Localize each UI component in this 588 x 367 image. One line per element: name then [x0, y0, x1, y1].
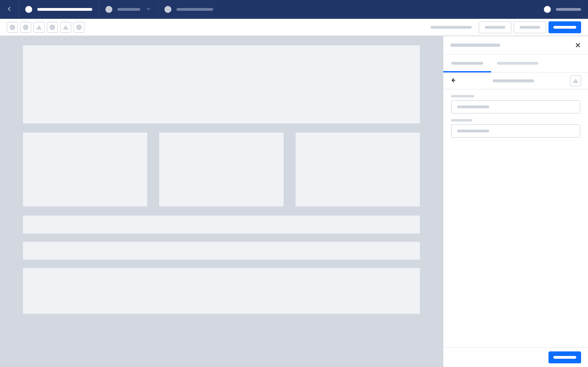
- workspace-dot-icon: [105, 6, 112, 13]
- triangle-icon: [63, 25, 69, 30]
- hero-block[interactable]: [23, 45, 420, 123]
- avatar: [544, 6, 551, 13]
- card-block-2[interactable]: [159, 133, 284, 206]
- breadcrumb-item-0[interactable]: [19, 0, 99, 19]
- tool-triangle-2[interactable]: [60, 22, 71, 33]
- triangle-icon: [573, 78, 578, 83]
- button-label: [553, 356, 576, 359]
- panel-pin-button[interactable]: [570, 75, 581, 86]
- tab-design[interactable]: [497, 62, 538, 65]
- panel-back-button[interactable]: [450, 77, 457, 84]
- apply-button[interactable]: [548, 351, 581, 363]
- circle-icon: [10, 25, 15, 30]
- preview-button[interactable]: [479, 21, 511, 33]
- tool-circle-3[interactable]: [47, 22, 58, 33]
- tool-circle-1[interactable]: [7, 22, 18, 33]
- panel-title: [450, 44, 500, 47]
- button-label: [485, 26, 505, 29]
- editor-toolbar: [0, 19, 588, 36]
- close-button[interactable]: [575, 42, 581, 48]
- card-block-1[interactable]: [23, 133, 147, 206]
- workspace-dot-icon: [25, 6, 32, 13]
- tool-circle-2[interactable]: [20, 22, 31, 33]
- workspace-dot-icon: [164, 6, 171, 13]
- breadcrumb-label: [176, 8, 213, 11]
- field-text: [451, 95, 580, 114]
- workspace: [0, 36, 588, 367]
- field-link: [451, 119, 580, 138]
- close-icon: [575, 42, 581, 48]
- panel-tabs: [443, 55, 588, 73]
- text-input[interactable]: [451, 100, 580, 114]
- breadcrumb-item-2[interactable]: [158, 0, 220, 19]
- page-canvas[interactable]: [0, 36, 443, 367]
- card-block-3[interactable]: [296, 133, 420, 206]
- breadcrumb-label: [37, 8, 92, 11]
- back-button[interactable]: [0, 0, 19, 19]
- panel-subheader: [443, 73, 588, 90]
- panel-header: [443, 36, 588, 55]
- user-label: [556, 8, 581, 11]
- discard-button[interactable]: [514, 21, 546, 33]
- bar-block-2[interactable]: [23, 242, 420, 260]
- circle-icon: [50, 25, 55, 30]
- input-placeholder: [457, 130, 489, 132]
- tool-circle-4[interactable]: [73, 22, 85, 33]
- input-placeholder: [457, 106, 489, 108]
- tool-triangle-1[interactable]: [34, 22, 44, 33]
- bar-block-1[interactable]: [23, 216, 420, 234]
- user-menu[interactable]: [537, 6, 588, 13]
- button-label: [519, 26, 540, 29]
- settings-panel: [443, 36, 588, 367]
- panel-footer: [443, 347, 588, 367]
- wide-block[interactable]: [23, 268, 420, 314]
- circle-icon: [23, 25, 28, 30]
- top-navigation: [0, 0, 588, 19]
- chevron-down-icon: [145, 6, 151, 13]
- field-label: [451, 95, 474, 98]
- toolbar-status: [431, 26, 472, 29]
- publish-button[interactable]: [548, 21, 581, 33]
- circle-icon: [76, 25, 82, 30]
- breadcrumb-label: [117, 8, 140, 11]
- triangle-icon: [36, 25, 42, 30]
- link-input[interactable]: [451, 124, 580, 138]
- panel-sub-title: [493, 79, 534, 82]
- arrow-left-icon: [6, 6, 13, 13]
- breadcrumb-item-1[interactable]: [99, 0, 158, 19]
- button-label: [553, 26, 576, 29]
- field-label: [451, 119, 472, 122]
- panel-body: [443, 90, 588, 347]
- arrow-left-icon: [450, 77, 457, 83]
- tab-content[interactable]: [451, 62, 483, 65]
- three-column-row: [23, 133, 420, 206]
